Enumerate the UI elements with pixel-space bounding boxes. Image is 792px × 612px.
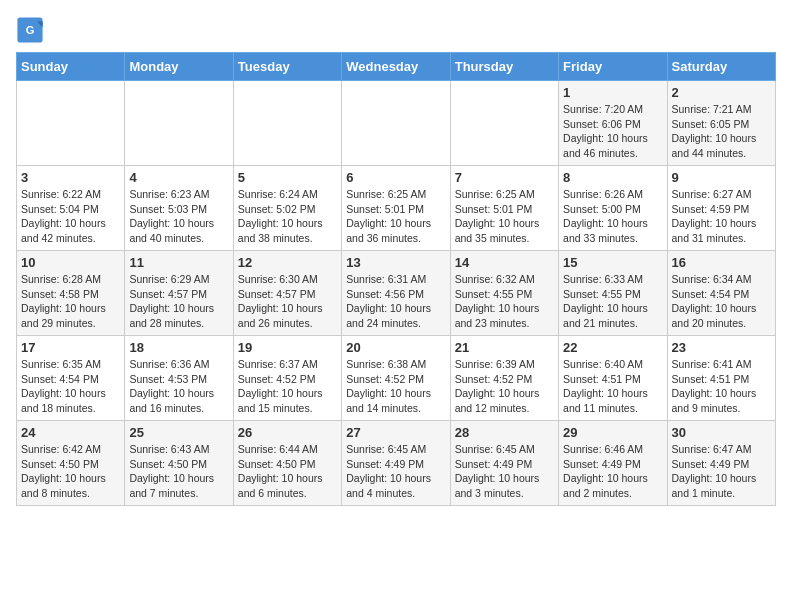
calendar-cell: 14Sunrise: 6:32 AM Sunset: 4:55 PM Dayli… [450, 251, 558, 336]
calendar-body: 1Sunrise: 7:20 AM Sunset: 6:06 PM Daylig… [17, 81, 776, 506]
day-number: 18 [129, 340, 228, 355]
calendar-header: SundayMondayTuesdayWednesdayThursdayFrid… [17, 53, 776, 81]
day-number: 23 [672, 340, 771, 355]
day-number: 7 [455, 170, 554, 185]
calendar-cell: 26Sunrise: 6:44 AM Sunset: 4:50 PM Dayli… [233, 421, 341, 506]
calendar-cell: 27Sunrise: 6:45 AM Sunset: 4:49 PM Dayli… [342, 421, 450, 506]
day-info: Sunrise: 6:28 AM Sunset: 4:58 PM Dayligh… [21, 272, 120, 331]
day-number: 9 [672, 170, 771, 185]
day-number: 27 [346, 425, 445, 440]
calendar-cell: 13Sunrise: 6:31 AM Sunset: 4:56 PM Dayli… [342, 251, 450, 336]
calendar-cell: 25Sunrise: 6:43 AM Sunset: 4:50 PM Dayli… [125, 421, 233, 506]
day-info: Sunrise: 6:35 AM Sunset: 4:54 PM Dayligh… [21, 357, 120, 416]
day-number: 25 [129, 425, 228, 440]
day-info: Sunrise: 6:25 AM Sunset: 5:01 PM Dayligh… [346, 187, 445, 246]
day-number: 13 [346, 255, 445, 270]
day-info: Sunrise: 6:24 AM Sunset: 5:02 PM Dayligh… [238, 187, 337, 246]
calendar-cell: 8Sunrise: 6:26 AM Sunset: 5:00 PM Daylig… [559, 166, 667, 251]
day-number: 22 [563, 340, 662, 355]
day-info: Sunrise: 6:33 AM Sunset: 4:55 PM Dayligh… [563, 272, 662, 331]
day-info: Sunrise: 6:31 AM Sunset: 4:56 PM Dayligh… [346, 272, 445, 331]
calendar-cell: 2Sunrise: 7:21 AM Sunset: 6:05 PM Daylig… [667, 81, 775, 166]
day-info: Sunrise: 6:45 AM Sunset: 4:49 PM Dayligh… [346, 442, 445, 501]
day-number: 8 [563, 170, 662, 185]
day-number: 14 [455, 255, 554, 270]
day-info: Sunrise: 6:32 AM Sunset: 4:55 PM Dayligh… [455, 272, 554, 331]
calendar-cell: 6Sunrise: 6:25 AM Sunset: 5:01 PM Daylig… [342, 166, 450, 251]
calendar-cell: 15Sunrise: 6:33 AM Sunset: 4:55 PM Dayli… [559, 251, 667, 336]
day-number: 17 [21, 340, 120, 355]
day-number: 12 [238, 255, 337, 270]
day-info: Sunrise: 6:44 AM Sunset: 4:50 PM Dayligh… [238, 442, 337, 501]
day-info: Sunrise: 6:29 AM Sunset: 4:57 PM Dayligh… [129, 272, 228, 331]
calendar-cell [125, 81, 233, 166]
day-header-wednesday: Wednesday [342, 53, 450, 81]
calendar-cell: 7Sunrise: 6:25 AM Sunset: 5:01 PM Daylig… [450, 166, 558, 251]
day-number: 2 [672, 85, 771, 100]
day-header-tuesday: Tuesday [233, 53, 341, 81]
day-number: 24 [21, 425, 120, 440]
day-info: Sunrise: 7:20 AM Sunset: 6:06 PM Dayligh… [563, 102, 662, 161]
calendar-cell: 11Sunrise: 6:29 AM Sunset: 4:57 PM Dayli… [125, 251, 233, 336]
calendar-cell: 12Sunrise: 6:30 AM Sunset: 4:57 PM Dayli… [233, 251, 341, 336]
day-info: Sunrise: 6:26 AM Sunset: 5:00 PM Dayligh… [563, 187, 662, 246]
day-info: Sunrise: 6:38 AM Sunset: 4:52 PM Dayligh… [346, 357, 445, 416]
day-info: Sunrise: 6:47 AM Sunset: 4:49 PM Dayligh… [672, 442, 771, 501]
day-info: Sunrise: 6:39 AM Sunset: 4:52 PM Dayligh… [455, 357, 554, 416]
calendar-cell: 10Sunrise: 6:28 AM Sunset: 4:58 PM Dayli… [17, 251, 125, 336]
week-row-3: 17Sunrise: 6:35 AM Sunset: 4:54 PM Dayli… [17, 336, 776, 421]
day-number: 6 [346, 170, 445, 185]
day-info: Sunrise: 6:34 AM Sunset: 4:54 PM Dayligh… [672, 272, 771, 331]
calendar-cell: 20Sunrise: 6:38 AM Sunset: 4:52 PM Dayli… [342, 336, 450, 421]
day-header-thursday: Thursday [450, 53, 558, 81]
calendar-cell: 5Sunrise: 6:24 AM Sunset: 5:02 PM Daylig… [233, 166, 341, 251]
day-number: 4 [129, 170, 228, 185]
week-row-4: 24Sunrise: 6:42 AM Sunset: 4:50 PM Dayli… [17, 421, 776, 506]
calendar-cell: 22Sunrise: 6:40 AM Sunset: 4:51 PM Dayli… [559, 336, 667, 421]
day-info: Sunrise: 6:42 AM Sunset: 4:50 PM Dayligh… [21, 442, 120, 501]
calendar-cell: 29Sunrise: 6:46 AM Sunset: 4:49 PM Dayli… [559, 421, 667, 506]
calendar-cell: 17Sunrise: 6:35 AM Sunset: 4:54 PM Dayli… [17, 336, 125, 421]
svg-text:G: G [26, 24, 35, 36]
day-number: 21 [455, 340, 554, 355]
day-info: Sunrise: 6:45 AM Sunset: 4:49 PM Dayligh… [455, 442, 554, 501]
day-header-saturday: Saturday [667, 53, 775, 81]
calendar-cell: 23Sunrise: 6:41 AM Sunset: 4:51 PM Dayli… [667, 336, 775, 421]
calendar-cell: 9Sunrise: 6:27 AM Sunset: 4:59 PM Daylig… [667, 166, 775, 251]
week-row-0: 1Sunrise: 7:20 AM Sunset: 6:06 PM Daylig… [17, 81, 776, 166]
day-header-monday: Monday [125, 53, 233, 81]
day-info: Sunrise: 6:23 AM Sunset: 5:03 PM Dayligh… [129, 187, 228, 246]
calendar-cell [233, 81, 341, 166]
day-number: 29 [563, 425, 662, 440]
calendar-cell: 28Sunrise: 6:45 AM Sunset: 4:49 PM Dayli… [450, 421, 558, 506]
day-info: Sunrise: 6:36 AM Sunset: 4:53 PM Dayligh… [129, 357, 228, 416]
header-row: SundayMondayTuesdayWednesdayThursdayFrid… [17, 53, 776, 81]
day-number: 3 [21, 170, 120, 185]
calendar-cell: 3Sunrise: 6:22 AM Sunset: 5:04 PM Daylig… [17, 166, 125, 251]
day-info: Sunrise: 6:27 AM Sunset: 4:59 PM Dayligh… [672, 187, 771, 246]
day-number: 19 [238, 340, 337, 355]
calendar-cell: 30Sunrise: 6:47 AM Sunset: 4:49 PM Dayli… [667, 421, 775, 506]
day-info: Sunrise: 6:40 AM Sunset: 4:51 PM Dayligh… [563, 357, 662, 416]
logo: G [16, 16, 48, 44]
day-number: 30 [672, 425, 771, 440]
day-number: 10 [21, 255, 120, 270]
calendar-cell: 21Sunrise: 6:39 AM Sunset: 4:52 PM Dayli… [450, 336, 558, 421]
day-number: 5 [238, 170, 337, 185]
calendar-table: SundayMondayTuesdayWednesdayThursdayFrid… [16, 52, 776, 506]
calendar-cell: 19Sunrise: 6:37 AM Sunset: 4:52 PM Dayli… [233, 336, 341, 421]
logo-icon: G [16, 16, 44, 44]
day-info: Sunrise: 6:46 AM Sunset: 4:49 PM Dayligh… [563, 442, 662, 501]
calendar-cell [342, 81, 450, 166]
day-number: 15 [563, 255, 662, 270]
day-info: Sunrise: 6:22 AM Sunset: 5:04 PM Dayligh… [21, 187, 120, 246]
day-number: 26 [238, 425, 337, 440]
calendar-cell: 24Sunrise: 6:42 AM Sunset: 4:50 PM Dayli… [17, 421, 125, 506]
calendar-cell: 16Sunrise: 6:34 AM Sunset: 4:54 PM Dayli… [667, 251, 775, 336]
day-info: Sunrise: 6:30 AM Sunset: 4:57 PM Dayligh… [238, 272, 337, 331]
day-header-friday: Friday [559, 53, 667, 81]
day-number: 11 [129, 255, 228, 270]
calendar-cell: 4Sunrise: 6:23 AM Sunset: 5:03 PM Daylig… [125, 166, 233, 251]
week-row-2: 10Sunrise: 6:28 AM Sunset: 4:58 PM Dayli… [17, 251, 776, 336]
calendar-cell: 1Sunrise: 7:20 AM Sunset: 6:06 PM Daylig… [559, 81, 667, 166]
